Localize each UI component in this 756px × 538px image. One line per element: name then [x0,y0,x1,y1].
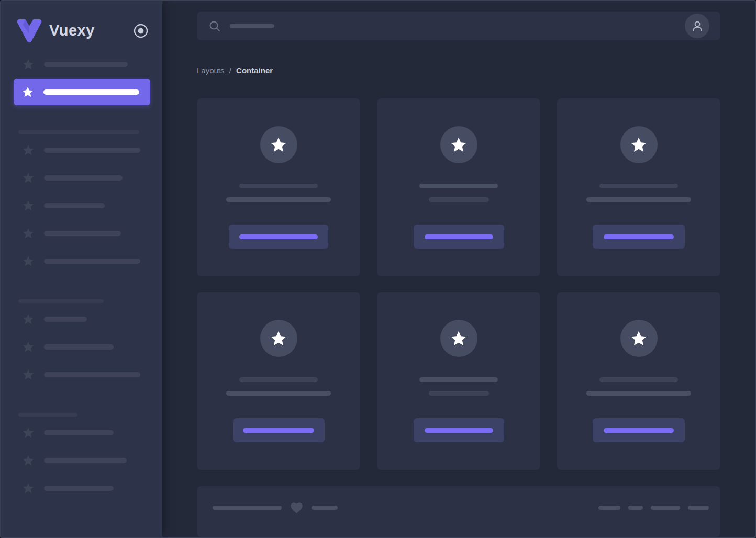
breadcrumb-current: Container [236,66,273,75]
star-icon [22,368,35,381]
brand-name: Vuexy [49,22,95,39]
card-action-button[interactable] [593,225,685,249]
sidebar-menu-item[interactable] [14,341,150,353]
menu-label-placeholder [44,486,114,491]
card-title-placeholder [419,377,498,382]
star-icon [22,58,35,71]
content-card [197,98,360,276]
menu-label-placeholder [44,148,140,153]
button-label-placeholder [239,234,318,239]
card-title-placeholder [599,377,678,382]
card-title-placeholder [239,184,318,188]
card-action-button[interactable] [414,418,504,442]
star-icon [22,227,35,240]
sidebar-menu-item[interactable] [14,454,150,467]
card-circle [440,126,477,163]
breadcrumb-parent[interactable]: Layouts [197,66,225,75]
button-label-placeholder [604,234,674,239]
search-icon [209,20,220,32]
footer-link-placeholder [628,506,643,510]
sidebar-menu-item[interactable] [14,482,150,495]
button-label-placeholder [243,428,314,433]
heart-icon [290,501,304,515]
card-action-button[interactable] [233,418,325,442]
search-placeholder-bar [230,24,274,28]
menu-label-placeholder [44,372,140,377]
card-subtitle-placeholder [226,391,331,396]
vuexy-logo-icon [16,18,43,43]
card-action-button[interactable] [414,225,504,249]
content-card [377,98,540,276]
star-icon [450,136,468,154]
card-subtitle-placeholder [586,197,691,202]
sidebar-nav [14,58,150,510]
sidebar-menu-item[interactable] [14,227,150,240]
star-icon [22,313,35,326]
menu-label-placeholder [43,89,139,95]
content-card [197,292,360,470]
sidebar: Vuexy [1,1,162,537]
star-icon [22,144,35,156]
star-icon [22,199,35,212]
star-icon [630,330,648,348]
star-icon [21,86,34,98]
content-card [557,292,720,470]
card-subtitle-placeholder [429,197,489,202]
radio-dot-icon [134,24,148,38]
card-circle [260,126,297,163]
content-card [557,98,720,276]
card-circle [620,126,658,163]
star-icon [22,255,35,267]
menu-label-placeholder [44,344,114,350]
sidebar-pin-toggle[interactable] [134,24,148,38]
star-icon [450,330,468,348]
menu-section-header-placeholder [18,130,139,134]
card-subtitle-placeholder [586,391,691,396]
sidebar-menu-item[interactable] [14,313,150,326]
sidebar-menu-item[interactable] [14,144,150,156]
footer-text-placeholder-2 [312,506,338,510]
star-icon [22,482,35,495]
sidebar-menu-item[interactable] [14,199,150,212]
footer-text-placeholder-1 [213,506,282,510]
menu-label-placeholder [44,317,87,322]
search-bar[interactable] [197,12,720,40]
button-label-placeholder [604,428,674,433]
button-label-placeholder [425,428,493,433]
footer-link-placeholder [598,506,620,510]
card-title-placeholder [599,184,678,188]
card-action-button[interactable] [593,418,685,442]
brand: Vuexy [14,18,150,43]
menu-label-placeholder [44,430,114,435]
sidebar-menu-item[interactable] [14,255,150,267]
sidebar-menu-item[interactable] [14,58,150,71]
menu-section-header-placeholder [18,413,77,417]
person-icon [691,19,704,33]
menu-label-placeholder [44,203,105,208]
breadcrumb-separator: / [229,66,231,75]
card-subtitle-placeholder [429,391,489,396]
user-avatar-button[interactable] [685,14,709,38]
menu-label-placeholder [44,458,127,463]
footer-link-placeholder [651,506,680,510]
star-icon [630,136,648,154]
card-subtitle-placeholder [226,197,331,202]
button-label-placeholder [425,234,493,239]
menu-label-placeholder [44,62,128,67]
sidebar-menu-item[interactable] [14,427,150,439]
star-icon [22,427,35,439]
menu-label-placeholder [44,259,140,264]
star-icon [22,454,35,467]
star-icon [22,341,35,353]
card-circle [260,320,297,357]
card-action-button[interactable] [229,225,328,249]
menu-label-placeholder [44,231,121,236]
app-window: Vuexy [0,0,756,538]
footer-links [591,506,709,510]
card-title-placeholder [419,184,498,188]
sidebar-menu-item[interactable] [14,79,150,105]
sidebar-menu-item[interactable] [14,172,150,184]
card-circle [620,320,658,357]
footer-link-placeholder [688,506,709,510]
sidebar-menu-item[interactable] [14,368,150,381]
